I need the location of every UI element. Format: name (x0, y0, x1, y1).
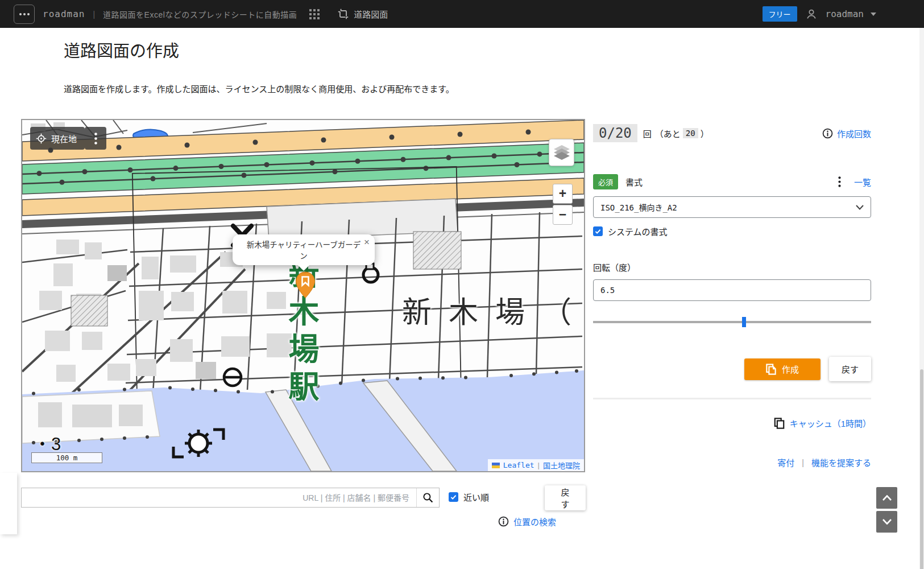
slider-thumb[interactable] (742, 317, 746, 327)
map-marker[interactable] (295, 271, 316, 299)
search-button[interactable] (416, 488, 439, 507)
rotation-input[interactable] (593, 279, 871, 301)
format-menu-button[interactable] (835, 176, 845, 188)
app-subtitle: 道路図面をExcelなどのスプレッドシートに自動描画 (103, 9, 297, 20)
current-tool[interactable]: 道路図面 (338, 8, 388, 20)
leaflet-link[interactable]: Leaflet (503, 461, 534, 469)
apps-grid-icon (309, 9, 320, 19)
location-search-link[interactable]: 位置の検索 (513, 516, 556, 527)
suggest-feature-link[interactable]: 機能を提案する (811, 456, 871, 468)
required-badge: 必須 (593, 174, 618, 189)
divider (593, 398, 871, 399)
search-reset-button[interactable]: 戻す (545, 485, 586, 510)
usage-row: 0/20 回 （あと 20 ） 作成回数 (593, 124, 871, 142)
usage-remaining-value: 20 (683, 128, 698, 138)
current-tool-label: 道路図面 (354, 8, 388, 20)
copy-icon (774, 418, 785, 429)
rotation-slider[interactable] (593, 317, 871, 327)
popup-title: 新木場チャリティーハーブガーデン (233, 238, 375, 261)
search-icon (422, 492, 433, 503)
map-popup: 新木場チャリティーハーブガーデン × (233, 234, 375, 265)
reset-button[interactable]: 戻す (829, 357, 871, 381)
scrollbar[interactable] (919, 28, 924, 569)
scrollbar-thumb[interactable] (920, 369, 923, 569)
chevron-down-icon (871, 13, 876, 16)
apps-grid-button[interactable] (309, 9, 320, 19)
check-icon (450, 493, 457, 501)
format-select[interactable]: ISO_216_横向き_A2 (593, 196, 871, 218)
gsi-link[interactable]: 国土地理院 (543, 460, 580, 471)
slider-track[interactable] (593, 321, 871, 323)
brand-name[interactable]: roadman (43, 9, 85, 19)
town-office-symbol (223, 369, 242, 386)
usage-count: 0/20 (593, 124, 637, 142)
format-label: 書式 (625, 176, 643, 188)
chevron-down-icon (882, 519, 892, 525)
donate-link[interactable]: 寄付 (777, 456, 794, 468)
scroll-up-button[interactable] (876, 487, 897, 509)
map-menu-button[interactable] (85, 127, 106, 150)
check-icon (594, 228, 602, 235)
ellipsis-icon (19, 13, 30, 16)
kebab-icon (838, 176, 841, 187)
zoom-in-button[interactable]: + (553, 184, 573, 204)
map-label-station: 新木場（ (402, 288, 585, 331)
create-button[interactable]: 作成 (744, 358, 821, 380)
copy-icon (766, 364, 776, 375)
settings-panel: 0/20 回 （あと 20 ） 作成回数 必須 書式 一覧 (593, 119, 871, 468)
info-icon (822, 128, 833, 139)
system-format-checkbox[interactable] (593, 226, 603, 236)
layers-icon (554, 145, 570, 160)
cache-link[interactable]: キャッシュ（1時間） (790, 417, 871, 429)
crop-icon (338, 9, 349, 19)
attribution-separator: | (538, 461, 540, 469)
page-description: 道路図面を作成します。作成した図面は、ライセンス上の制限なく商用使用、および再配… (64, 83, 454, 94)
create-button-label: 作成 (782, 363, 799, 375)
location-search (21, 488, 440, 508)
nearby-checkbox-row[interactable]: 近い順 (449, 491, 489, 503)
system-format-label: システムの書式 (608, 225, 668, 237)
map-attribution: Leaflet | 国土地理院 (488, 459, 584, 471)
user-icon (805, 8, 818, 20)
system-format-checkbox-row[interactable]: システムの書式 (593, 225, 871, 237)
footer-links: 寄付 | 機能を提案する (593, 456, 871, 468)
locate-button[interactable]: 現在地 (30, 127, 85, 150)
nearby-label: 近い順 (463, 491, 489, 503)
user-name: roadman (826, 9, 864, 19)
format-list-link[interactable]: 一覧 (854, 176, 871, 188)
usage-remaining: （あと 20 ） (655, 127, 709, 139)
format-actions: 一覧 (835, 176, 871, 188)
page-title: 道路図面の作成 (64, 38, 179, 61)
locate-button-label: 現在地 (51, 133, 77, 145)
topbar-right: フリー roadman (763, 6, 876, 22)
popup-close-button[interactable]: × (364, 237, 370, 247)
usage-info: 作成回数 (822, 127, 871, 139)
user-menu[interactable]: roadman (826, 9, 876, 19)
kebab-icon (94, 133, 97, 145)
info-icon (498, 516, 509, 527)
chevron-up-icon (882, 495, 892, 501)
brand-separator: | (93, 10, 95, 19)
nearby-checkbox[interactable] (449, 492, 458, 502)
location-search-help: 位置の検索 (498, 516, 556, 527)
search-input[interactable] (22, 488, 416, 507)
layers-control[interactable] (549, 139, 574, 166)
usage-unit: 回 (643, 127, 652, 139)
map[interactable]: 新木場（ 新木場駅 ・3 新木場チャリティーハーブガーデン × 現在地 (21, 119, 585, 472)
scroll-down-button[interactable] (876, 511, 897, 533)
rotation-label: 回転（度） (593, 261, 871, 273)
plan-badge[interactable]: フリー (763, 6, 797, 22)
links-separator: | (802, 458, 804, 467)
zoom-out-button[interactable]: − (553, 205, 573, 225)
format-selected-value: ISO_216_横向き_A2 (600, 201, 677, 213)
scale-bar: 100 m (31, 452, 102, 463)
bottom-sheet-edge (0, 473, 17, 534)
format-header: 必須 書式 一覧 (593, 174, 871, 189)
chevron-down-icon (856, 205, 864, 210)
usage-info-link[interactable]: 作成回数 (837, 127, 871, 139)
map-label-block-number: ・3 (34, 430, 61, 455)
top-bar: roadman | 道路図面をExcelなどのスプレッドシートに自動描画 道路図… (0, 0, 924, 28)
action-buttons: 作成 戻す (593, 357, 871, 381)
overflow-menu-button[interactable] (14, 5, 35, 24)
target-icon (36, 133, 47, 144)
